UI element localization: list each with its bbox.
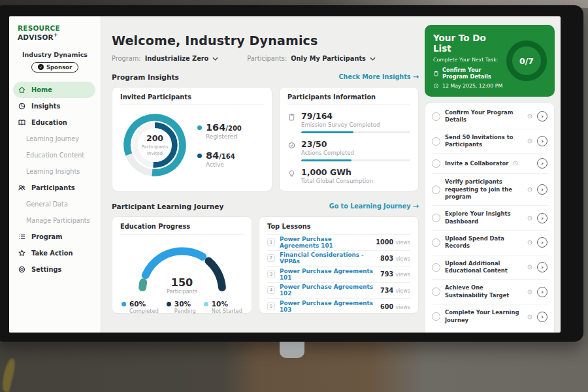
task-open-button[interactable]: ›	[537, 213, 547, 223]
sidebar-item-home[interactable]: Home	[13, 82, 95, 98]
sidebar-item-participants[interactable]: Participants	[9, 180, 101, 196]
task-row[interactable]: Confirm Your Program Details ›	[432, 105, 547, 129]
task-open-button[interactable]: ›	[537, 158, 547, 169]
survey-clipboard-icon	[287, 113, 296, 122]
lesson-row: 5 Power Purchase Agreements 103 600 view…	[267, 299, 410, 315]
legend-dot	[197, 154, 202, 158]
gauge-center-label: Participants	[130, 289, 235, 295]
task-row[interactable]: Complete Your Learning Journey ›	[432, 304, 547, 329]
todo-progress-ring: 0/7	[506, 41, 547, 81]
task-row[interactable]: Explore Your Insights Dashboard ›	[432, 206, 547, 231]
todo-next-task: Confirm Your Program Details	[442, 67, 506, 80]
task-checkbox[interactable]	[432, 312, 440, 321]
task-checkbox[interactable]	[432, 287, 440, 296]
sidebar-item-take-action[interactable]: Take Action	[9, 245, 101, 261]
collapse-tasks-button[interactable]: Collapse Tasks	[432, 329, 547, 333]
legend-item-registered: 164/200 Registered	[197, 122, 242, 140]
task-clock-icon	[527, 240, 532, 245]
task-row[interactable]: Send 50 Invitations to Participants ›	[432, 129, 547, 154]
task-open-button[interactable]: ›	[537, 136, 547, 146]
legend-dot	[197, 125, 202, 130]
lesson-row: 2 Financial Considerations - VPPAs 803 v…	[267, 251, 410, 267]
task-open-button[interactable]: ›	[537, 312, 547, 322]
sidebar-item-settings[interactable]: Settings	[9, 261, 101, 278]
sidebar-item-insights[interactable]: Insights	[9, 98, 101, 114]
participants-filter-dropdown[interactable]: Participants: Only My Participants	[247, 55, 376, 62]
lesson-link[interactable]: Power Purchase Agreements 101	[280, 236, 371, 249]
card-title: Education Progress	[120, 223, 244, 235]
invited-participants-card: Invited Participants 200 Participants In…	[112, 87, 272, 191]
chevron-down-icon	[212, 57, 218, 61]
task-row[interactable]: Invite a Collaborator ›	[432, 154, 547, 174]
sidebar-item-education-content[interactable]: Education Content	[9, 147, 101, 163]
go-to-learning-journey-link[interactable]: Go to Learning Journey →	[329, 202, 419, 210]
task-checkbox[interactable]	[432, 238, 440, 247]
card-title: Invited Participants	[120, 93, 264, 105]
lesson-rank: 3	[267, 270, 275, 278]
lesson-rank: 2	[267, 254, 275, 262]
top-lessons-card: Top Lessons 1 Power Purchase Agreements …	[259, 216, 419, 314]
logo-text-primary: RESOURCE	[18, 24, 60, 32]
sidebar-item-learning-insights[interactable]: Learning Insights	[9, 163, 101, 180]
task-open-button[interactable]: ›	[537, 287, 547, 297]
task-clock-icon	[527, 314, 532, 319]
task-row[interactable]: Upload Additional Educational Content ›	[432, 255, 547, 280]
task-clock-icon	[527, 139, 532, 144]
learning-journey-heading: Participant Learning Journey	[112, 203, 223, 210]
participants-icon	[18, 184, 26, 192]
survey-progress-bar	[301, 131, 353, 133]
lesson-link[interactable]: Power Purchase Agreements 101	[280, 268, 376, 281]
sidebar-item-manage-participants[interactable]: Manage Participants	[9, 212, 101, 229]
info-row-survey: 79/164 Emission Survey Completed	[287, 111, 410, 133]
sidebar-item-program[interactable]: Program	[9, 229, 101, 245]
lesson-link[interactable]: Power Purchase Agreements 102	[280, 284, 376, 297]
task-checkbox[interactable]	[432, 263, 440, 272]
lesson-link[interactable]: Power Purchase Agreements 103	[280, 300, 376, 313]
lesson-rank: 4	[267, 286, 275, 294]
task-row[interactable]: Achieve One Sustainability Target ›	[432, 280, 547, 304]
sidebar-item-learning-journey[interactable]: Learning Journey	[9, 131, 101, 147]
task-clock-icon	[513, 161, 518, 166]
arrow-right-icon: →	[413, 73, 419, 81]
sponsor-badge[interactable]: ✓ Sponsor	[31, 62, 78, 73]
donut-center-label: Participants Invited	[137, 144, 173, 156]
task-clock-icon	[527, 187, 532, 192]
task-open-button[interactable]: ›	[537, 111, 547, 122]
lesson-link[interactable]: Financial Considerations - VPPAs	[280, 252, 376, 265]
task-clock-icon	[527, 265, 532, 270]
todo-subtitle: Complete Your Next Task:	[433, 57, 506, 63]
check-more-insights-link[interactable]: Check More Insights →	[339, 73, 419, 81]
invited-participants-donut-chart: 200 Participants Invited	[120, 110, 189, 180]
app-logo: RESOURCE ADVISOR+	[9, 23, 101, 41]
logo-text-secondary: ADVISOR	[18, 33, 54, 41]
sidebar-item-general-data[interactable]: General Data	[9, 196, 101, 212]
info-row-actions: 23/50 Actions Completed	[287, 139, 410, 161]
card-title: Participants Information	[287, 93, 410, 105]
legend-item-pending: 30%Pending	[167, 300, 196, 314]
task-checkbox[interactable]	[432, 159, 440, 168]
task-checkbox[interactable]	[432, 137, 440, 146]
arrow-right-icon: →	[413, 202, 419, 210]
todo-summary-card: Your To Do List Complete Your Next Task:…	[425, 25, 555, 97]
task-row[interactable]: Upload Spend Data Records ›	[432, 231, 547, 255]
task-clock-icon	[527, 114, 532, 119]
task-checkbox[interactable]	[432, 112, 440, 121]
education-progress-card: Education Progress 150 Participants	[112, 216, 252, 314]
task-row[interactable]: Verify participants requesting to join t…	[432, 174, 547, 206]
actions-progress-bar	[301, 159, 351, 161]
task-checkbox[interactable]	[432, 186, 440, 194]
clipboard-icon	[433, 71, 439, 76]
info-row-consumption: 1,000 GWh Total Global Consumption	[287, 167, 410, 184]
task-checkbox[interactable]	[432, 214, 440, 222]
task-clock-icon	[527, 216, 532, 221]
program-filter-dropdown[interactable]: Program: Industrialize Zero	[112, 55, 218, 62]
task-open-button[interactable]: ›	[537, 237, 547, 248]
todo-title: Your To Do List	[433, 33, 506, 54]
sidebar: RESOURCE ADVISOR+ Industry Dynamics ✓ Sp…	[9, 16, 101, 333]
sponsor-badge-label: Sponsor	[46, 64, 72, 71]
task-open-button[interactable]: ›	[537, 262, 547, 272]
task-open-button[interactable]: ›	[537, 184, 547, 195]
task-clock-icon	[527, 289, 532, 295]
education-icon	[18, 118, 26, 127]
sidebar-item-education[interactable]: Education	[9, 114, 101, 131]
